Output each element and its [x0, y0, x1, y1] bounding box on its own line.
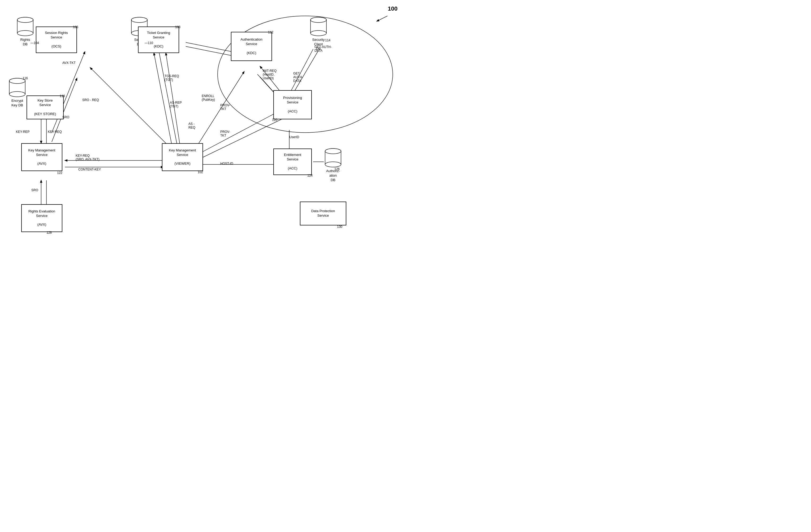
- label-content-key: CONTENT-KEY: [78, 168, 101, 171]
- ref-126: 126: [334, 167, 340, 171]
- label-get-auth-data-1: GET-AUTH-DATA: [293, 72, 303, 83]
- label-as-rep: AS-REP(TGT): [170, 101, 182, 108]
- key-store-label: Key StoreService(KEY STORE): [34, 98, 56, 116]
- key-store-service: Key StoreService(KEY STORE): [27, 95, 64, 119]
- rights-eval-label: Rights EvaluationService(AVX): [28, 209, 55, 227]
- key-mgmt-avx-label: Key ManagementService(AVX): [28, 148, 56, 166]
- label-host-id: HOST-ID: [220, 162, 233, 166]
- ref-104: —104: [31, 41, 39, 45]
- ref-124: 124: [307, 174, 312, 177]
- ticket-granting-service: Ticket GrantingService(KDC): [138, 27, 179, 53]
- svg-point-30: [17, 17, 33, 22]
- svg-line-13: [194, 72, 244, 151]
- ref-116: 116: [22, 76, 28, 80]
- label-sro-req: SRO - REQ: [82, 98, 99, 102]
- ref-120: 120: [272, 118, 277, 122]
- ref-112: 112: [268, 31, 273, 34]
- label-avx-tkt: AVX-TKT: [62, 61, 76, 65]
- svg-point-34: [132, 17, 147, 22]
- label-get-auth-data-2: GET-AUTH-DATA: [315, 45, 332, 52]
- rights-eval-service: Rights EvaluationService(AVX): [21, 204, 62, 232]
- ref-130: 130: [337, 225, 342, 229]
- svg-line-26: [377, 16, 387, 21]
- label-init-req: INIT-REQ(HostID,UserID): [263, 69, 277, 80]
- label-as-req: AS -REQ: [188, 122, 195, 129]
- svg-point-46: [325, 148, 341, 154]
- svg-point-37: [310, 31, 326, 36]
- key-mgmt-viewer-label: Key ManagementService(VIEWER): [169, 148, 196, 166]
- entitlement-label: EntitlementService(ACC): [284, 153, 301, 171]
- encrypt-key-db-label: EncryptKey DB: [11, 99, 23, 108]
- data-protection-label: Data ProtectionService: [311, 209, 335, 218]
- label-key-rep: KEY-REP: [16, 130, 30, 134]
- label-enroll: ENROLL(PubKey): [202, 94, 215, 101]
- label-sro-2: SRO: [31, 188, 38, 192]
- ref-122: 122: [57, 171, 62, 175]
- ref-102: 102: [198, 170, 203, 174]
- svg-point-41: [9, 92, 25, 97]
- svg-line-15: [196, 119, 281, 160]
- label-userid: UserID: [289, 135, 299, 139]
- label-key-req-sro: KEY-REQ(SRO, AVX-TKT): [76, 154, 100, 161]
- label-sro: SRO: [62, 115, 69, 119]
- label-prov-tkt-1: PROV-TKT: [220, 104, 230, 111]
- data-protection-service: Data ProtectionService: [300, 202, 346, 225]
- rights-db-label: RightsDB: [20, 38, 30, 47]
- session-rights-service: Session RightsService(OCS): [36, 27, 77, 53]
- auth-service-label: AuthenticationService(KDC): [241, 37, 262, 56]
- label-prov-tkt-2: PROV-TKT: [220, 130, 230, 137]
- ref-110: —110: [144, 41, 153, 45]
- ref-108: 108: [175, 25, 181, 29]
- encrypt-key-db: EncryptKey DB: [8, 77, 27, 108]
- label-key-req: KEY-REQ: [48, 130, 62, 134]
- provisioning-label: ProvisioningService(ACC): [283, 96, 302, 114]
- key-mgmt-viewer: Key ManagementService(VIEWER): [162, 143, 203, 171]
- key-mgmt-avx: Key ManagementService(AVX): [21, 143, 62, 171]
- provisioning-service: ProvisioningService(ACC): [273, 90, 312, 119]
- ref-114: 114: [325, 38, 331, 42]
- ref-100: 100: [388, 5, 398, 12]
- authentication-service: AuthenticationService(KDC): [231, 32, 272, 61]
- ref-128: 128: [46, 231, 52, 234]
- ticket-granting-label: Ticket GrantingService(KDC): [147, 31, 170, 49]
- svg-line-14: [194, 111, 279, 156]
- svg-point-38: [310, 17, 326, 22]
- session-rights-label: Session RightsService(OCS): [45, 31, 68, 49]
- entitlement-service: EntitlementService(ACC): [273, 148, 312, 175]
- ref-118: 118: [60, 94, 65, 98]
- svg-point-45: [325, 162, 341, 167]
- ref-106: 106: [73, 25, 78, 29]
- svg-line-2: [90, 68, 177, 154]
- diagram-container: 100: [0, 0, 406, 266]
- authorization-db: Authoriz-ationDB: [324, 147, 342, 183]
- svg-point-29: [17, 31, 33, 36]
- authorization-db-label: Authoriz-ationDB: [326, 169, 340, 183]
- label-tgs-req: TGS-REQ(TGT): [165, 74, 179, 82]
